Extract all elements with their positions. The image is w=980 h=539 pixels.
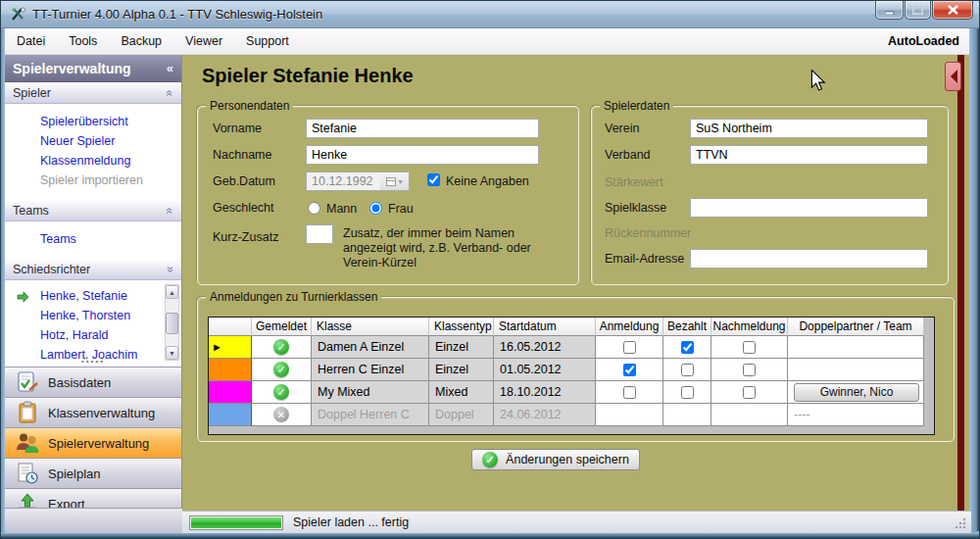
grid-row-herren-c-einzel[interactable]: ✓Herren C EinzelEinzel01.05.2012	[209, 359, 924, 381]
grid-text-cell: 01.05.2012	[494, 359, 596, 381]
gebdatum-input[interactable]	[306, 172, 381, 191]
vorname-input[interactable]	[306, 119, 539, 138]
group-header-schiedsrichter[interactable]: Schiedsrichter«	[5, 259, 181, 280]
spielklasse-input[interactable]	[690, 198, 928, 218]
nav-button-spielerverwaltung[interactable]: Spielerverwaltung	[5, 427, 181, 458]
date-picker-button[interactable]: ▾	[380, 172, 410, 191]
doppelpartner-button[interactable]: Gwinner, Nico	[794, 383, 919, 402]
anmeldung-cell	[596, 359, 663, 381]
sidebar-footer	[5, 508, 182, 533]
bezahlt-checkbox[interactable]	[681, 364, 694, 376]
sidebar-item-spieler-bersicht[interactable]: Spielerübersicht	[5, 112, 181, 131]
column-header-bezahlt[interactable]: Bezahlt	[663, 318, 711, 336]
verein-input[interactable]	[690, 119, 928, 138]
grid-text-cell: My Mixed	[312, 381, 429, 404]
grid-row-damen-a-einzel[interactable]: ►✓Damen A EinzelEinzel16.05.2012	[209, 336, 924, 359]
column-header-nachmeldung[interactable]: Nachmeldung	[711, 318, 788, 336]
close-icon	[948, 5, 958, 15]
autoloaded-label: AutoLoaded	[888, 34, 959, 48]
email-input[interactable]	[690, 249, 928, 269]
anmeldung-checkbox[interactable]	[623, 386, 636, 399]
column-header-startdatum[interactable]: Startdatum	[494, 318, 596, 336]
anmeldung-checkbox[interactable]	[623, 364, 636, 376]
row-color-cell[interactable]	[209, 404, 252, 426]
row-color-cell[interactable]	[209, 381, 252, 404]
check-circle-icon: ✓	[273, 362, 289, 377]
nachname-input[interactable]	[306, 145, 539, 165]
minimize-button[interactable]	[875, 1, 904, 20]
menu-support[interactable]: Support	[234, 29, 301, 53]
sidebar-item-henke-stefanie[interactable]: Henke, Stefanie	[5, 286, 181, 306]
menu-backup[interactable]: Backup	[109, 29, 173, 53]
group-header-spieler[interactable]: Spieler«	[5, 82, 181, 104]
sidebar-item-teams[interactable]: Teams	[5, 229, 181, 249]
calendar-icon	[386, 177, 396, 186]
check-circle-icon: ✓	[273, 339, 289, 355]
menu-datei[interactable]: Datei	[5, 29, 57, 53]
menu-viewer[interactable]: Viewer	[173, 29, 234, 53]
notes-check-icon	[15, 370, 40, 394]
grid-row-doppel-herren-c[interactable]: ✕Doppel Herren CDoppel24.06.2012----	[209, 404, 924, 426]
window-frame-right	[969, 28, 979, 533]
gemeldet-cell: ✓	[252, 381, 312, 404]
sidebar-item-neuer-spieler[interactable]: Neuer Spieler	[5, 131, 181, 151]
nachmeldung-checkbox[interactable]	[743, 341, 756, 354]
nachmeldung-cell	[711, 336, 788, 359]
grid-text-cell: Einzel	[429, 336, 494, 359]
bezahlt-checkbox[interactable]	[681, 386, 694, 399]
doppelpartner-placeholder: ----	[788, 408, 810, 421]
grid-row-my-mixed[interactable]: ✓My MixedMixed18.10.2012Gwinner, Nico	[209, 381, 924, 404]
splitter-handle[interactable]: •••••	[5, 359, 181, 367]
verband-input[interactable]	[690, 145, 928, 165]
title-bar[interactable]: TT-Turnier 4.00 Alpha 0.1 - TTV Schleswi…	[1, 1, 980, 28]
column-header-anmeldung[interactable]: Anmeldung	[596, 318, 663, 336]
group-header-teams[interactable]: Teams«	[5, 200, 181, 221]
verband-label: Verband	[605, 148, 651, 162]
cancel-circle-icon: ✕	[273, 407, 289, 422]
spielklasse-label: Spielklasse	[605, 201, 666, 215]
column-header-rowheader[interactable]	[209, 318, 252, 336]
row-color-cell[interactable]	[209, 359, 252, 381]
sidebar-item-lambert-joachim[interactable]: Lambert, Joachim	[5, 345, 181, 359]
keine-angaben-checkbox[interactable]	[427, 173, 440, 186]
doppelpartner-cell: Gwinner, Nico	[788, 381, 924, 404]
nav-button-spielplan[interactable]: Spielplan	[5, 458, 181, 488]
save-button[interactable]: ✓ Änderungen speichern	[471, 449, 640, 470]
anmeldungen-title: Anmeldungen zu Turnierklassen	[206, 290, 381, 304]
nachmeldung-checkbox[interactable]	[743, 386, 756, 399]
scroll-up-icon[interactable]: ▲	[166, 285, 178, 299]
nav-button-basisdaten[interactable]: Basisdaten	[5, 367, 181, 397]
grid-filler	[209, 426, 934, 434]
sidebar-item-klassenmeldung[interactable]: Klassenmeldung	[5, 151, 181, 171]
personendaten-groupbox: Personendaten Vorname Nachname Geb.Datum…	[197, 106, 579, 285]
sidebar-item-henke-thorsten[interactable]: Henke, Thorsten	[5, 306, 181, 325]
column-header-klassentyp[interactable]: Klassentyp	[429, 318, 494, 336]
collapse-sidebar-icon[interactable]: «	[167, 61, 173, 75]
maximize-button[interactable]	[905, 1, 931, 20]
kurzzusatz-input[interactable]	[306, 224, 333, 244]
sidebar-item-spieler-importieren: Spieler importieren	[5, 171, 181, 190]
resize-grip[interactable]	[955, 516, 967, 529]
column-header-klasse[interactable]: Klasse	[312, 318, 429, 336]
collapsed-panel-strip	[957, 55, 964, 511]
scroll-down-icon[interactable]: ▼	[166, 346, 178, 360]
scrollbar-thumb[interactable]	[166, 313, 178, 334]
group-title: Schiedsrichter	[13, 263, 90, 276]
sidebar-item-hotz-harald[interactable]: Hotz, Harald	[5, 325, 181, 345]
anmeldung-checkbox[interactable]	[623, 341, 636, 354]
menu-tools[interactable]: Tools	[57, 29, 109, 53]
column-header-doppelpartner-team[interactable]: Doppelpartner / Team	[788, 318, 924, 336]
nav-button-klassenverwaltung[interactable]: Klassenverwaltung	[5, 397, 181, 427]
close-button[interactable]	[932, 1, 973, 20]
spielerdaten-groupbox: Spielerdaten Verein Verband Stärkewert S…	[591, 106, 949, 285]
column-header-gemeldet[interactable]: Gemeldet	[252, 318, 312, 336]
nachmeldung-checkbox[interactable]	[743, 364, 756, 376]
frau-radio[interactable]	[369, 202, 382, 215]
expand-panel-button[interactable]	[945, 62, 961, 91]
row-color-cell[interactable]: ►	[209, 336, 252, 359]
bezahlt-checkbox[interactable]	[681, 341, 694, 354]
mann-radio[interactable]	[308, 202, 320, 215]
maximize-icon	[912, 5, 923, 15]
referee-list-scrollbar[interactable]: ▲▼	[165, 284, 179, 361]
personendaten-title: Personendaten	[206, 99, 293, 113]
